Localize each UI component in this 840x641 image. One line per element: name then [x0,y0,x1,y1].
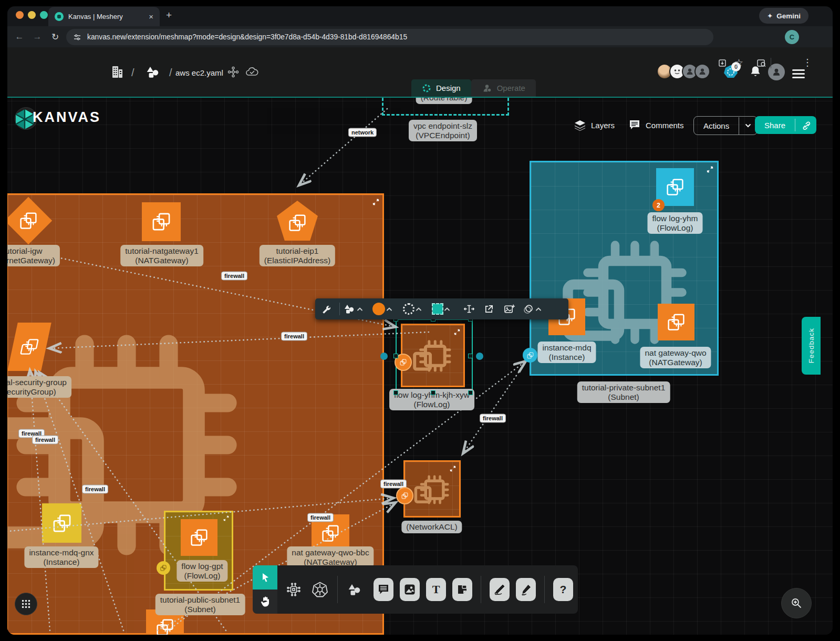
shapes-tool-button[interactable] [343,298,365,319]
copy-link-icon[interactable] [795,120,816,130]
add-image-button[interactable] [499,298,520,319]
node-instance-mdq-gnx[interactable] [42,503,81,543]
edge-connector[interactable] [396,487,413,504]
widgets-grid-button[interactable] [15,593,37,615]
node-label-vpc-endpoint[interactable]: vpc endpoint-slz(VPCEndpoint) [409,120,477,141]
tab-close-icon[interactable]: × [149,12,153,21]
open-in-new-button[interactable] [479,298,499,319]
chevron-up-icon[interactable] [535,307,542,311]
resize-handle[interactable] [468,354,473,358]
comments-button[interactable]: Comments [628,116,684,134]
meshsync-icon[interactable] [227,66,240,78]
reload-button[interactable]: ↻ [47,26,63,47]
select-tool-button[interactable] [253,565,277,590]
bookmark-star-icon[interactable]: ☆ [734,57,743,69]
resize-handle[interactable] [431,390,435,395]
text-tool-button[interactable]: T [426,578,446,601]
edge-label-firewall[interactable]: firewall [307,513,334,522]
connection-port[interactable] [380,353,388,360]
brand-wordmark[interactable]: KANVAS [33,109,101,126]
edge-label-network[interactable]: network [348,128,377,137]
tab-operate[interactable]: Operate [471,79,536,97]
save-icon[interactable] [718,58,727,68]
shapes-dock-button[interactable] [347,582,362,597]
edge-label-firewall[interactable]: firewall [221,272,247,281]
node-label-public-subnet[interactable]: tutorial-public-subnet1(Subnet) [155,594,245,615]
rename-button[interactable] [460,298,479,319]
browser-menu-icon[interactable]: ⋮ [803,57,812,68]
node-label-flow-log-yhm[interactable]: flow log-yhm(FlowLog) [648,212,703,234]
browser-tab[interactable]: Kanvas | Meshery × [48,7,160,26]
app-menu-icon[interactable] [792,67,805,80]
window-minimize-light[interactable] [28,11,36,19]
browser-profile-avatar[interactable]: C [785,30,799,44]
window-zoom-light[interactable] [40,11,48,19]
layers-button[interactable]: Layers [574,116,615,134]
border-style-button[interactable] [403,298,424,319]
workspace-shapes-icon[interactable] [145,64,161,80]
node-natgateway1[interactable] [142,202,181,241]
node-label-natgateway1[interactable]: tutorial-natgateway1(NATGateway) [120,245,203,266]
resize-handle[interactable] [393,390,398,395]
resize-handle[interactable] [393,354,398,358]
zoom-button[interactable] [781,588,812,618]
node-label-private-subnet[interactable]: tutorial-private-subnet1(Subnet) [577,381,670,403]
share-button[interactable]: Share [755,116,816,134]
edge-label-firewall[interactable]: firewall [82,485,108,494]
tools-button[interactable] [315,298,336,319]
node-label-igw[interactable]: tutorial-igw(InternetGateway) [7,245,60,266]
fill-color-button[interactable] [372,298,395,319]
window-close-light[interactable] [16,11,24,19]
node-network-acl[interactable] [403,460,461,518]
gemini-button[interactable]: ✦ Gemini [759,8,808,24]
tab-search-icon[interactable] [756,58,766,68]
chevron-up-icon[interactable] [386,307,392,311]
edge-label-firewall[interactable]: firewall [480,414,506,423]
connection-port[interactable] [476,353,483,360]
chevron-up-icon[interactable] [416,307,422,311]
node-label-instance-mdq-gnx[interactable]: instance-mdq-gnx(Instance) [24,546,98,568]
group-style-button[interactable] [523,298,544,319]
organization-icon[interactable] [110,64,124,79]
cloud-save-status-icon[interactable] [245,66,260,78]
edge-label-firewall[interactable]: firewall [281,332,307,341]
chevron-up-icon[interactable] [357,307,363,311]
feedback-tab[interactable]: Feedback [802,317,821,375]
node-flow-log-gpt[interactable] [181,519,217,556]
pan-tool-button[interactable] [253,590,277,614]
resize-handle[interactable] [468,390,473,395]
actions-button[interactable]: Actions [693,116,758,135]
node-color-button[interactable] [432,298,452,319]
design-file-name[interactable]: aws ec2.yaml [175,68,223,77]
forward-button[interactable]: → [29,26,45,47]
kanvas-logo-icon[interactable] [15,109,35,130]
node-label-nat-gateway-qwo[interactable]: nat gateway-qwo(NATGateway) [640,347,711,368]
kubernetes-tool-button[interactable] [312,581,328,598]
node-nat-gateway-qwo[interactable] [658,304,694,340]
comment-tool-button[interactable] [374,578,393,601]
expand-icon[interactable] [372,199,379,205]
freehand-tool-button[interactable] [516,578,536,601]
tab-design[interactable]: Design [411,79,471,97]
node-flow-log-selected[interactable] [401,324,465,387]
site-info-icon[interactable] [73,33,81,42]
back-button[interactable]: ← [12,26,27,47]
node-label-eip1[interactable]: tutorial-eip1(ElasticIPAddress) [260,245,335,266]
expand-icon[interactable] [707,166,713,173]
components-tool-button[interactable] [286,582,302,597]
image-tool-button[interactable] [400,578,420,601]
expand-icon[interactable] [223,515,229,521]
note-tool-button[interactable] [452,578,472,601]
line-tool-button[interactable] [490,578,510,601]
edge-connector[interactable] [523,348,537,363]
node-label-network-acl[interactable]: (NetworkACL) [401,521,462,533]
edge-connector[interactable] [157,561,170,575]
collaborator-avatar[interactable] [694,64,710,79]
node-label-security-group[interactable]: tutorial-security-group(SecurityGroup) [7,376,71,398]
new-tab-button[interactable]: + [166,9,172,21]
expand-icon[interactable] [454,329,460,335]
address-bar[interactable]: kanvas.new/extension/meshmap?mode=design… [66,29,713,45]
help-button[interactable]: ? [553,578,573,601]
node-label-flow-log-gpt[interactable]: flow log-gpt(FlowLog) [177,560,227,582]
chevron-up-icon[interactable] [444,307,450,311]
